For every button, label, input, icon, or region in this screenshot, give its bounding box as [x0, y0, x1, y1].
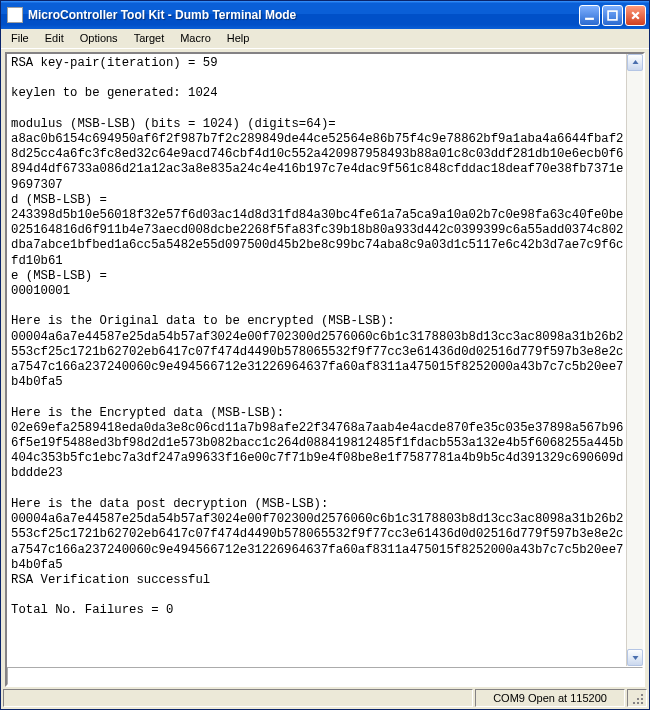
- menu-target[interactable]: Target: [126, 29, 173, 48]
- close-button[interactable]: [625, 5, 646, 26]
- menu-options[interactable]: Options: [72, 29, 126, 48]
- status-connection: COM9 Open at 115200: [475, 689, 625, 707]
- minimize-icon: [584, 10, 595, 21]
- window-title: MicroController Tool Kit - Dumb Terminal…: [28, 8, 579, 22]
- titlebar: MicroController Tool Kit - Dumb Terminal…: [1, 1, 649, 29]
- grip-icon: [632, 691, 646, 705]
- close-icon: [630, 10, 641, 21]
- app-window: MicroController Tool Kit - Dumb Terminal…: [0, 0, 650, 710]
- svg-rect-0: [585, 17, 594, 19]
- menubar: File Edit Options Target Macro Help: [1, 29, 649, 49]
- app-icon: [7, 7, 23, 23]
- chevron-down-icon: [632, 654, 639, 661]
- menu-file[interactable]: File: [3, 29, 37, 48]
- maximize-icon: [607, 10, 618, 21]
- vertical-scrollbar[interactable]: [626, 54, 643, 666]
- menu-macro[interactable]: Macro: [172, 29, 219, 48]
- svg-rect-1: [608, 11, 617, 20]
- terminal-output[interactable]: RSA key-pair(iteration) = 59 keylen to b…: [7, 54, 626, 666]
- command-input[interactable]: [7, 667, 643, 685]
- terminal-wrap: RSA key-pair(iteration) = 59 keylen to b…: [7, 54, 643, 666]
- chevron-up-icon: [632, 59, 639, 66]
- statusbar: COM9 Open at 115200: [1, 689, 649, 709]
- scroll-down-button[interactable]: [627, 649, 643, 666]
- resize-grip[interactable]: [627, 689, 647, 707]
- window-buttons: [579, 5, 646, 26]
- menu-edit[interactable]: Edit: [37, 29, 72, 48]
- client-area: RSA key-pair(iteration) = 59 keylen to b…: [5, 52, 645, 687]
- minimize-button[interactable]: [579, 5, 600, 26]
- menu-help[interactable]: Help: [219, 29, 258, 48]
- scroll-track[interactable]: [627, 71, 643, 649]
- status-left: [3, 689, 473, 707]
- maximize-button[interactable]: [602, 5, 623, 26]
- scroll-up-button[interactable]: [627, 54, 643, 71]
